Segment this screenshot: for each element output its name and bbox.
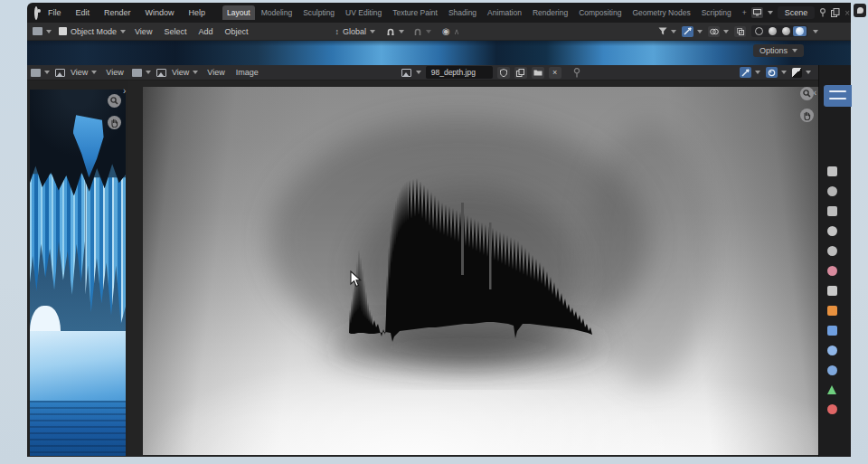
properties-active-tab[interactable] (824, 85, 852, 107)
workspace-tab-shading[interactable]: Shading (444, 5, 481, 20)
browse-image-icon[interactable] (401, 69, 411, 77)
menu-window[interactable]: Window (139, 6, 181, 19)
left-mode-selector[interactable]: View (71, 68, 97, 77)
viewport-menu-add[interactable]: Add (198, 27, 212, 36)
properties-tab-view-layer[interactable] (827, 226, 837, 236)
new-scene-icon[interactable] (831, 8, 840, 17)
scene-name-field[interactable]: Scene (778, 6, 816, 19)
gizmos-toggle[interactable] (682, 26, 703, 37)
unlink-image-icon[interactable]: × (549, 67, 561, 79)
pan-button-image-editor[interactable] (800, 109, 814, 122)
left-editor-menu-view[interactable]: View (106, 68, 123, 77)
options-button[interactable]: Options (753, 44, 804, 57)
workspace-tab-sculpting[interactable]: Sculpting (298, 5, 339, 20)
menu-file[interactable]: File (42, 6, 68, 19)
zoom-button-left-editor[interactable] (108, 94, 121, 108)
region-collapse-left-icon[interactable]: ‹ (814, 89, 816, 98)
left-editor-type-dropdown-icon[interactable] (44, 71, 50, 74)
snap-magnet-icon[interactable] (386, 27, 395, 36)
visibility-filter-icon[interactable] (658, 27, 676, 35)
properties-tab-tool[interactable] (827, 166, 837, 176)
properties-tab-modifiers[interactable] (827, 326, 837, 336)
pin-image-icon[interactable] (573, 68, 580, 78)
shading-rendered-button[interactable] (793, 26, 807, 36)
unlink-scene-icon[interactable]: × (844, 8, 850, 18)
window-corner-icon[interactable] (854, 4, 866, 17)
left-image-thumb-icon (55, 69, 65, 77)
reference-image[interactable] (30, 90, 126, 456)
orientation-icon: ↕ (335, 27, 339, 36)
snap-dropdown-icon[interactable] (399, 30, 404, 33)
properties-tab-output[interactable] (827, 206, 837, 216)
region-collapse-right-icon[interactable]: › (123, 87, 126, 96)
properties-tab-world[interactable] (827, 266, 837, 276)
properties-editor-tabs (818, 65, 851, 457)
browse-image-dropdown-icon[interactable] (416, 71, 421, 74)
image-overlays-toggle[interactable] (766, 67, 787, 78)
blender-logo-icon[interactable] (34, 6, 38, 20)
workspace-tab-compositing[interactable]: Compositing (574, 5, 626, 20)
proportional-editing-icon[interactable]: ◉ (442, 26, 450, 36)
shading-solid-button[interactable] (766, 26, 779, 36)
display-channels-icon[interactable] (792, 68, 811, 78)
falloff-icon[interactable]: ∧ (454, 27, 460, 36)
open-image-icon[interactable] (532, 67, 544, 79)
left-editor-menus: View (106, 68, 123, 77)
workspace-tab-texture-paint[interactable]: Texture Paint (388, 5, 442, 20)
properties-tab-collection[interactable] (827, 286, 837, 296)
menu-help[interactable]: Help (183, 6, 212, 19)
properties-tab-object-data[interactable] (827, 385, 836, 394)
menu-render[interactable]: Render (98, 6, 137, 19)
viewport-menu-object[interactable]: Object (224, 27, 248, 36)
depth-map-shapes (143, 87, 818, 455)
properties-tab-material[interactable] (827, 404, 837, 414)
pan-button-left-editor[interactable] (108, 116, 121, 129)
properties-tab-object[interactable] (827, 306, 837, 316)
image-gizmos-toggle[interactable] (740, 67, 760, 78)
snap-target-icon[interactable] (413, 27, 431, 36)
workspace-tab-geometry-nodes[interactable]: Geometry Nodes (627, 5, 694, 20)
image-editor: View ViewImage 98_depth.jpg × (128, 65, 818, 457)
image-name-field[interactable]: 98_depth.jpg (426, 66, 493, 79)
menu-edit[interactable]: Edit (70, 6, 97, 19)
workspace-tab-layout[interactable]: Layout (222, 5, 255, 20)
image-editor-menu-view[interactable]: View (207, 68, 224, 77)
properties-tab-physics[interactable] (827, 365, 837, 375)
viewport-3d-strip[interactable]: Options (27, 41, 851, 65)
image-editor-menu-image[interactable]: Image (236, 68, 259, 77)
image-editor-type-dropdown-icon[interactable] (146, 71, 151, 74)
shading-dropdown-icon[interactable] (813, 30, 818, 33)
properties-tab-render[interactable] (827, 186, 837, 196)
workspace-tab-uv-editing[interactable]: UV Editing (341, 5, 386, 20)
workspace-tab-scripting[interactable]: Scripting (697, 5, 736, 20)
workspace-tab-rendering[interactable]: Rendering (528, 5, 572, 20)
orientation-label[interactable]: Global (343, 27, 366, 36)
scene-browse-icon[interactable] (751, 7, 763, 18)
viewport-menu-select[interactable]: Select (164, 27, 186, 36)
editor-type-dropdown-icon[interactable] (46, 30, 52, 33)
left-editor-type-icon[interactable] (31, 69, 41, 77)
properties-tab-scene[interactable] (827, 246, 837, 256)
viewport-menu-view[interactable]: View (135, 27, 152, 36)
editor-type-icon[interactable] (33, 27, 42, 35)
workspace-tab-modeling[interactable]: Modeling (257, 5, 297, 20)
fake-user-icon[interactable] (497, 67, 510, 79)
orientation-dropdown-icon[interactable] (370, 30, 375, 33)
properties-tab-column (827, 166, 837, 414)
image-mode-selector[interactable]: View (172, 68, 198, 77)
image-editor-header: View ViewImage 98_depth.jpg × (128, 65, 818, 80)
image-editor-type-icon[interactable] (132, 69, 142, 77)
mode-selector[interactable]: Object Mode (59, 27, 126, 36)
xray-toggle[interactable] (734, 26, 746, 37)
zoom-button-image-editor[interactable] (800, 87, 814, 100)
scene-dropdown-icon[interactable] (768, 11, 773, 14)
shading-wireframe-button[interactable] (752, 26, 766, 36)
overlays-toggle[interactable] (708, 26, 729, 37)
properties-tab-particles[interactable] (827, 346, 837, 355)
shading-material-button[interactable] (779, 26, 793, 36)
depth-map-image[interactable] (143, 87, 818, 455)
pin-icon[interactable] (819, 8, 826, 17)
workspace-tab-animation[interactable]: Animation (483, 5, 526, 20)
workspace-tab-+[interactable]: + (738, 5, 751, 20)
new-image-icon[interactable] (514, 67, 527, 79)
